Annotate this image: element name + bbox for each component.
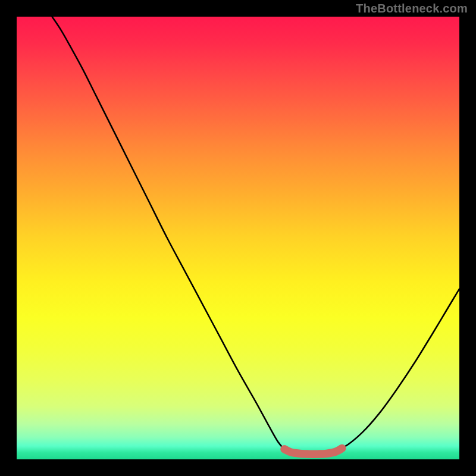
watermark-text: TheBottleneck.com bbox=[356, 2, 468, 14]
curve-group bbox=[52, 17, 459, 454]
chart-svg bbox=[17, 17, 459, 459]
plot-area bbox=[17, 17, 459, 459]
bottleneck-curve bbox=[52, 17, 459, 454]
chart-frame: TheBottleneck.com bbox=[0, 0, 476, 476]
sweet-spot-marker bbox=[284, 448, 342, 454]
sweet-spot-dot bbox=[280, 445, 288, 453]
